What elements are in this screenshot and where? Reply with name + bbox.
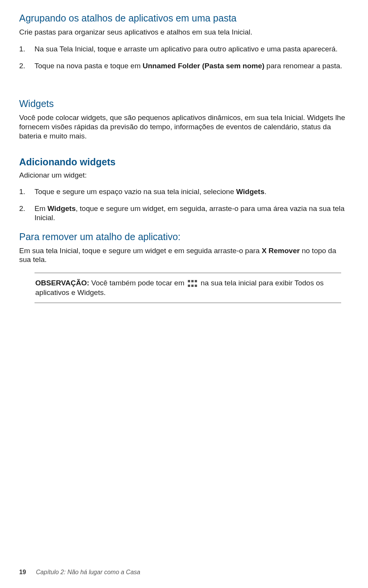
page-footer: 19Capítulo 2: Não há lugar como a Casa (19, 569, 140, 576)
note-text: Você também pode tocar em (89, 279, 186, 287)
step-text: , toque e segure um widget, em seguida, … (34, 204, 345, 222)
body-remove-shortcut: Em sua tela Inicial, toque e segure um w… (19, 246, 349, 265)
list-item: Na sua Tela Inicial, toque e arraste um … (19, 44, 349, 54)
all-apps-icon (188, 280, 197, 287)
bold-text: Unnamed Folder (Pasta sem nome) (143, 62, 264, 70)
step-text: Toque e segure um espaço vazio na sua te… (34, 188, 236, 196)
note-label: OBSERVAÇÃO: (35, 279, 89, 287)
heading-widgets: Widgets (19, 98, 349, 109)
list-item: Toque na nova pasta e toque em Unnamed F… (19, 61, 349, 71)
bold-text: Widgets (48, 204, 76, 212)
list-item: Toque e segure um espaço vazio na sua te… (19, 187, 349, 196)
heading-grouping-shortcuts: Agrupando os atalhos de aplicativos em u… (19, 12, 349, 24)
step-text: . (264, 188, 266, 196)
step-text: Em (34, 204, 48, 212)
heading-adding-widgets: Adicionando widgets (19, 156, 349, 168)
step-text: para renomear a pasta. (264, 62, 342, 70)
body-widgets: Você pode colocar widgets, que são peque… (19, 113, 349, 140)
step-text: Toque na nova pasta e toque em (34, 62, 143, 70)
page-content: Agrupando os atalhos de aplicativos em u… (0, 0, 368, 303)
steps-grouping: Na sua Tela Inicial, toque e arraste um … (19, 44, 349, 71)
bold-text: X Remover (262, 247, 300, 255)
steps-adding-widgets: Toque e segure um espaço vazio na sua te… (19, 187, 349, 222)
page-number: 19 (19, 569, 26, 575)
bold-text: Widgets (236, 188, 264, 196)
chapter-title: Capítulo 2: Não há lugar como a Casa (36, 569, 140, 575)
note-box: OBSERVAÇÃO: Você também pode tocar em na… (34, 273, 341, 303)
intro-adding-widgets: Adicionar um widget: (19, 171, 349, 180)
intro-grouping: Crie pastas para organizar seus aplicati… (19, 28, 349, 37)
step-text: Na sua Tela Inicial, toque e arraste um … (34, 45, 338, 53)
list-item: Em Widgets, toque e segure um widget, em… (19, 204, 349, 222)
body-text: Em sua tela Inicial, toque e segure um w… (19, 247, 262, 255)
heading-remove-shortcut: Para remover um atalho de aplicativo: (19, 231, 349, 242)
